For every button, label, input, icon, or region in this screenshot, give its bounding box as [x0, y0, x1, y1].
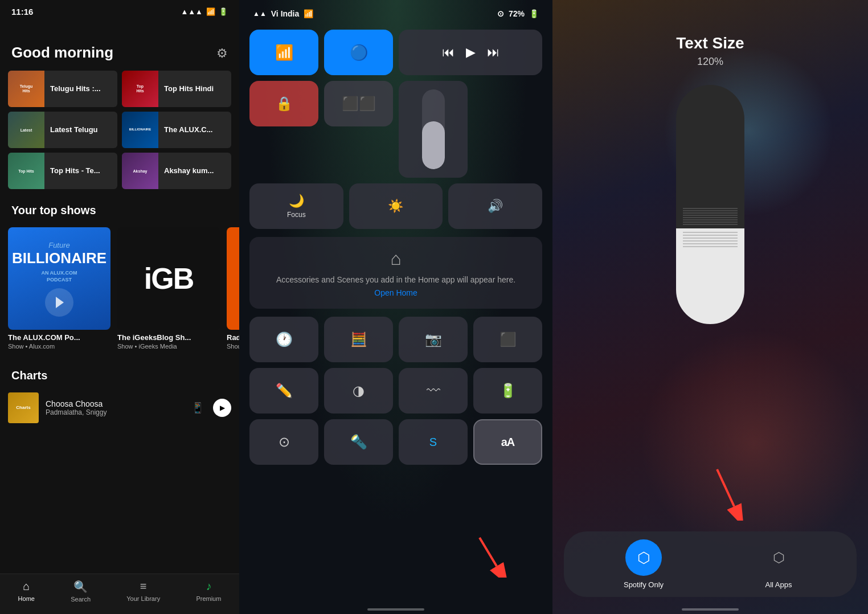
show-subtitle: Show • Alux.com [8, 343, 110, 350]
spotify-header: Good morning ⚙ [0, 17, 239, 71]
wifi-toggle[interactable]: 📶 [249, 30, 318, 75]
contrast-app-tile[interactable]: ◑ [324, 368, 393, 414]
premium-icon: ♪ [206, 580, 211, 593]
text-size-title: Text Size [676, 34, 744, 52]
status-bar: 11:16 ▲▲▲ 📶 🔋 [0, 0, 239, 17]
playlist-thumb: Latest [8, 112, 44, 148]
playlist-item[interactable]: TopHits Top Hits Hindi [122, 71, 231, 107]
spotify-only-label: Spotify Only [624, 580, 664, 589]
show-card[interactable]: iGB The iGeeksBlog Sh... Show • iGeeks M… [117, 227, 220, 350]
device-icon[interactable]: 📱 [191, 402, 204, 414]
volume-icon: 🔊 [488, 199, 503, 214]
show-title: The iGeeksBlog Sh... [117, 333, 220, 342]
screen-mirror-toggle[interactable]: ⬛⬛ [324, 81, 393, 126]
brightness-icon: ☀️ [388, 199, 403, 214]
play-button[interactable]: ▶ [213, 399, 231, 417]
show-subtitle: Show • iGeeks Media [117, 343, 220, 350]
home-text: Accessories and Scenes you add in the Ho… [261, 274, 531, 286]
library-icon: ≡ [140, 580, 147, 593]
text-size-icon: aA [501, 436, 515, 449]
cc-apps-row2: ✏️ ◑ 〰 🔋 ⊙ 🔦 S aA [239, 362, 552, 465]
settings-icon[interactable]: ⚙ [216, 46, 228, 61]
circle-icon: ⊙ [279, 434, 290, 450]
show-card[interactable]: R Radi... Shou... Jaso... [227, 227, 239, 350]
spotify-only-icon: ⬡ [625, 539, 662, 576]
playlist-item[interactable]: Akshay Akshay kum... [122, 153, 231, 189]
camera-icon: 📷 [425, 331, 442, 347]
show-thumb: iGB [117, 227, 220, 330]
playlist-item[interactable]: Latest Latest Telugu [8, 112, 117, 148]
svg-line-1 [480, 538, 497, 566]
clock-icon: 🕐 [276, 331, 293, 347]
playlist-name: Latest Telugu [44, 125, 117, 135]
signal-bars-icon: ▲▲ [253, 10, 267, 18]
text-size-slider[interactable] [676, 85, 744, 324]
chart-actions: 📱 ▶ [191, 399, 231, 417]
chart-thumb: Charts [8, 392, 39, 423]
flashlight-app-tile[interactable]: 🔦 [324, 419, 393, 465]
spotify-panel: 11:16 ▲▲▲ 📶 🔋 Good morning ⚙ TeluguHits … [0, 0, 239, 614]
playlist-thumb: BILLIONAIRE [122, 112, 158, 148]
text-size-app-tile[interactable]: aA [473, 419, 542, 465]
playlist-item[interactable]: BILLIONAIRE The ALUX.C... [122, 112, 231, 148]
cc-controls-grid: 📶 🔵 ⏮ ▶ ⏭ 🔒 ⬛⬛ [239, 18, 552, 178]
playlist-item[interactable]: TeluguHits Telugu Hits :... [8, 71, 117, 107]
volume-slider[interactable] [399, 81, 468, 178]
qr-app-tile[interactable]: ⬛ [473, 317, 542, 362]
text-size-panel: Text Size 120% [552, 0, 868, 614]
waveform-app-tile[interactable]: 〰 [399, 368, 468, 414]
wifi-icon: 📶 [206, 7, 215, 16]
nav-library[interactable]: ≡ Your Library [126, 580, 160, 603]
nav-premium[interactable]: ♪ Premium [196, 580, 221, 603]
battery-app-tile[interactable]: 🔋 [473, 368, 542, 414]
control-center-panel: ▲▲ Vi India 📶 ⊙ 72% 🔋 📶 🔵 ⏮ ▶ ⏭ 🔒 ⬛⬛ [239, 0, 552, 614]
contrast-icon: ◑ [353, 383, 365, 399]
shazam-app-tile[interactable]: S [399, 419, 468, 465]
rotation-lock-toggle[interactable]: 🔒 [249, 81, 318, 126]
moon-icon: 🌙 [289, 194, 304, 208]
shazam-icon: S [429, 436, 437, 449]
chart-song: Choosa Choosa [46, 399, 185, 408]
qr-icon: ⬛ [499, 331, 517, 347]
play-pause-icon[interactable]: ▶ [466, 45, 476, 60]
rewind-icon[interactable]: ⏮ [442, 45, 455, 60]
all-apps-option[interactable]: ⬡ All Apps [760, 539, 797, 589]
notes-app-tile[interactable]: ✏️ [249, 368, 318, 414]
nav-search[interactable]: 🔍 Search [71, 580, 91, 603]
wifi-status-icon: 📶 [304, 9, 313, 18]
bluetooth-toggle[interactable]: 🔵 [324, 30, 393, 75]
focus-tile[interactable]: 🌙 Focus [249, 183, 343, 229]
show-title: The ALUX.COM Po... [8, 333, 110, 342]
playlist-item[interactable]: Top Hits Top Hits - Te... [8, 153, 117, 189]
dark-part [676, 85, 744, 228]
forward-icon[interactable]: ⏭ [487, 45, 499, 60]
red-arrow-ts [706, 464, 751, 523]
calculator-app-tile[interactable]: 🧮 [324, 317, 393, 362]
playlist-thumb: TopHits [122, 71, 158, 107]
spotify-layers-icon: ⬡ [637, 549, 650, 567]
home-icon: ⌂ [23, 580, 30, 593]
open-home-link[interactable]: Open Home [261, 288, 531, 297]
clock-app-tile[interactable]: 🕐 [249, 317, 318, 362]
camera-app-tile[interactable]: 📷 [399, 317, 468, 362]
home-indicator [367, 608, 424, 611]
show-card[interactable]: Future BILLIONAIRE AN ALUX.COM PODCAST T… [8, 227, 110, 350]
notes-icon: ✏️ [276, 383, 293, 399]
calculator-icon: 🧮 [350, 331, 367, 347]
playlist-thumb: TeluguHits [8, 71, 44, 107]
show-title: Radi... [227, 333, 239, 342]
red-arrow-cc [474, 532, 508, 580]
signal-icon: ▲▲▲ [181, 7, 203, 16]
nav-home[interactable]: ⌂ Home [18, 580, 35, 603]
carrier-label: Vi India [271, 9, 300, 18]
chart-item[interactable]: Charts Choosa Choosa Padmalatha, Sniggy … [0, 388, 239, 428]
bottom-nav: ⌂ Home 🔍 Search ≡ Your Library ♪ Premium [0, 574, 239, 614]
playlist-name: Telugu Hits :... [44, 84, 117, 94]
spotify-only-option[interactable]: ⬡ Spotify Only [624, 539, 664, 589]
charts-section: Charts Charts Choosa Choosa Padmalatha, … [0, 354, 239, 428]
brightness-slider[interactable]: ☀️ [349, 183, 443, 229]
cc-status-bar: ▲▲ Vi India 📶 ⊙ 72% 🔋 [239, 0, 552, 18]
volume-quick-tile[interactable]: 🔊 [448, 183, 542, 229]
circle-app-tile[interactable]: ⊙ [249, 419, 318, 465]
battery-icon: 🔋 [219, 7, 228, 16]
